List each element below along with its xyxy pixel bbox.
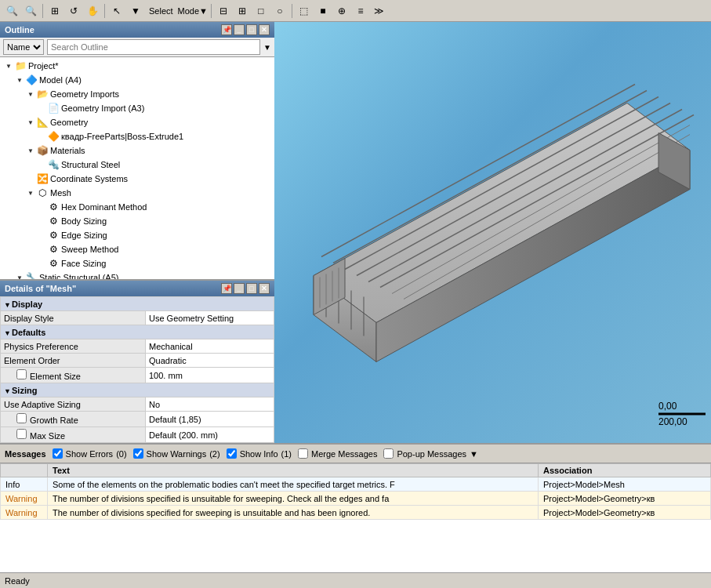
toolbar-icon-extra1[interactable]: ≡: [352, 2, 369, 20]
details-row-checkbox[interactable]: [16, 413, 27, 423]
details-max-btn[interactable]: □: [246, 283, 257, 294]
outline-max-btn[interactable]: □: [246, 24, 257, 35]
tree-item-materials[interactable]: ▼📦Materials: [0, 143, 274, 158]
tree-item-geom-import-a3[interactable]: 📄Geometry Import (A3): [0, 101, 274, 115]
tree-item-model[interactable]: ▼🔷Model (A4): [0, 73, 274, 87]
section-expand-defaults[interactable]: ▼: [4, 329, 12, 337]
tree-item-geom-imports[interactable]: ▼📂Geometry Imports: [0, 87, 274, 101]
toolbar-icon-zoom-out[interactable]: 🔍: [3, 2, 20, 20]
tree-item-static-struct[interactable]: ▼🔧Static Structural (A5): [0, 270, 274, 279]
details-row: Element Size100. mm: [1, 368, 274, 383]
tree-toggle-sweep-method[interactable]: [36, 244, 47, 255]
tree-toggle-struct-steel[interactable]: [36, 159, 47, 170]
col-header-text[interactable]: Text: [48, 464, 539, 477]
details-min-btn[interactable]: _: [234, 283, 245, 294]
tree-item-face-sizing[interactable]: ⚙Face Sizing: [0, 256, 274, 270]
outline-search-input[interactable]: [47, 39, 260, 55]
tree-toggle-project[interactable]: ▼: [3, 60, 14, 71]
tree-item-struct-steel[interactable]: 🔩Structural Steel: [0, 158, 274, 172]
section-expand-display[interactable]: ▼: [4, 301, 12, 309]
tree-item-sweep-method[interactable]: ⚙Sweep Method: [0, 242, 274, 256]
details-row: Growth RateDefault (1,85): [1, 412, 274, 427]
details-row-checkbox[interactable]: [16, 369, 27, 379]
toolbar-icon-pan[interactable]: ✋: [84, 2, 101, 20]
toolbar-label-select: Select: [149, 6, 173, 16]
tree-item-body-sizing[interactable]: ⚙Body Sizing: [0, 214, 274, 228]
filter-info-checkbox[interactable]: [227, 448, 237, 459]
col-header-assoc[interactable]: Association: [539, 464, 711, 477]
filter-info-count: (1): [281, 449, 292, 459]
tree-toggle-edge-sizing[interactable]: [36, 230, 47, 241]
toolbar-icon-sphere[interactable]: ○: [271, 2, 288, 20]
filter-popup-checkbox[interactable]: [383, 448, 394, 459]
toolbar-icon-axes[interactable]: ⊕: [333, 2, 350, 20]
tree-item-kvad[interactable]: 🔶квадр-FreeParts|Boss-Extrude1: [0, 129, 274, 143]
filter-merge-checkbox[interactable]: [298, 448, 308, 459]
filter-warnings-checkbox[interactable]: [133, 448, 143, 459]
message-row[interactable]: WarningThe number of divisions specified…: [1, 492, 711, 506]
toolbar-icon-mode[interactable]: ▼: [127, 2, 144, 20]
details-close-btn[interactable]: ✕: [259, 283, 270, 294]
3d-model: 0,00 200,00: [274, 22, 711, 443]
section-header-display[interactable]: ▼ Display: [1, 297, 274, 311]
toolbar-label-mode: Mode▼: [178, 6, 208, 16]
tree-toggle-geom-import-a3[interactable]: [36, 103, 47, 114]
tree-toggle-geometry[interactable]: ▼: [25, 117, 36, 128]
filter-errors-count: (0): [116, 449, 126, 459]
tree-icon-project: 📁: [14, 60, 27, 72]
tree-icon-struct-steel: 🔩: [47, 158, 60, 171]
tree-toggle-face-sizing[interactable]: [36, 258, 47, 269]
details-row-value: 100. mm: [146, 368, 274, 383]
outline-min-btn[interactable]: _: [234, 24, 245, 35]
toolbar-icon-extra2[interactable]: ≫: [371, 2, 388, 20]
tree-item-edge-sizing[interactable]: ⚙Edge Sizing: [0, 228, 274, 242]
toolbar-icon-select[interactable]: ↖: [108, 2, 125, 20]
tree-toggle-model[interactable]: ▼: [14, 74, 25, 85]
toolbar-icon-zoom-in[interactable]: 🔍: [22, 2, 39, 20]
tree-toggle-mesh[interactable]: ▼: [25, 187, 36, 198]
outline-title: Outline: [5, 25, 34, 34]
toolbar-icon-fit[interactable]: ⊞: [46, 2, 63, 20]
tree-item-mesh[interactable]: ▼⬡Mesh: [0, 186, 274, 200]
tree-toggle-materials[interactable]: ▼: [25, 145, 36, 156]
separator-4: [292, 4, 292, 18]
details-titlebar-buttons: 📌 _ □ ✕: [221, 283, 270, 294]
tree-item-hex-dom[interactable]: ⚙Hex Dominant Method: [0, 200, 274, 214]
outline-pin-btn[interactable]: 📌: [221, 24, 232, 35]
toolbar-icon-wire[interactable]: ⬚: [296, 2, 313, 20]
outline-close-btn[interactable]: ✕: [259, 24, 270, 35]
message-row[interactable]: WarningThe number of divisions specified…: [1, 506, 711, 520]
details-row-checkbox[interactable]: [16, 429, 27, 439]
message-text: The number of divisions specified is uns…: [48, 492, 539, 506]
tree-item-project[interactable]: ▼📁Project*: [0, 59, 274, 73]
tree-label-project: Project*: [28, 61, 59, 71]
tree-toggle-coord-sys[interactable]: [25, 173, 36, 184]
tree-toggle-hex-dom[interactable]: [36, 201, 47, 212]
outline-search-arrow[interactable]: ▼: [263, 43, 271, 52]
tree-toggle-static-struct[interactable]: ▼: [14, 272, 25, 279]
messages-header: Messages Show Errors (0) Show Warnings (…: [0, 445, 711, 463]
filter-errors-checkbox[interactable]: [53, 448, 63, 459]
outline-name-select[interactable]: Name: [3, 39, 44, 55]
col-header-type[interactable]: [1, 464, 48, 477]
section-expand-sizing[interactable]: ▼: [4, 387, 12, 395]
section-header-sizing[interactable]: ▼ Sizing: [1, 383, 274, 397]
toolbar-icon-grid1[interactable]: ⊟: [215, 2, 232, 20]
tree-label-edge-sizing: Edge Sizing: [61, 230, 107, 240]
tree-icon-face-sizing: ⚙: [47, 257, 60, 270]
section-header-defaults[interactable]: ▼ Defaults: [1, 325, 274, 339]
tree-item-geometry[interactable]: ▼📐Geometry: [0, 115, 274, 129]
message-type: Warning: [1, 492, 48, 506]
tree-toggle-body-sizing[interactable]: [36, 216, 47, 227]
toolbar-icon-solid[interactable]: ■: [314, 2, 332, 20]
details-pin-btn[interactable]: 📌: [221, 283, 232, 294]
toolbar-icon-grid2[interactable]: ⊞: [234, 2, 251, 20]
message-row[interactable]: InfoSome of the elements on the problema…: [1, 477, 711, 492]
toolbar-icon-rotate[interactable]: ↺: [65, 2, 82, 20]
tree-toggle-geom-imports[interactable]: ▼: [25, 89, 36, 100]
tree-toggle-kvad[interactable]: [36, 131, 47, 142]
tree-item-coord-sys[interactable]: 🔀Coordinate Systems: [0, 172, 274, 186]
details-row: Max SizeDefault (200. mm): [1, 427, 274, 443]
toolbar-icon-box[interactable]: □: [252, 2, 270, 20]
viewport[interactable]: 0,00 200,00: [274, 22, 711, 443]
